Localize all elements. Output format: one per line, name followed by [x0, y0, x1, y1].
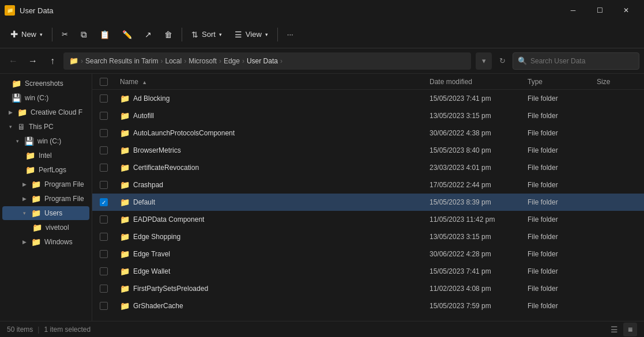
- row-check[interactable]: [92, 94, 115, 103]
- column-type[interactable]: Type: [523, 78, 592, 86]
- folder-icon: 📁: [120, 128, 130, 138]
- row-checkbox[interactable]: [100, 164, 108, 172]
- row-check[interactable]: [92, 164, 115, 172]
- table-row[interactable]: 📁 Edge Shopping 13/05/2023 3:15 pm File …: [92, 228, 644, 245]
- sidebar-item-creative-cloud[interactable]: ▶ 📁 Creative Cloud F: [2, 105, 89, 119]
- sidebar-item-win-c[interactable]: ▾ 💾 win (C:): [2, 134, 89, 148]
- sidebar-item-windows[interactable]: ▶ 📁 Windows: [2, 235, 89, 249]
- breadcrumb-item-5[interactable]: User Data: [247, 57, 278, 65]
- column-type-label: Type: [528, 78, 543, 86]
- paste-button[interactable]: 📋: [94, 26, 115, 43]
- computer-icon: 🖥: [17, 122, 25, 131]
- row-check[interactable]: [92, 129, 115, 137]
- row-check[interactable]: [92, 181, 115, 189]
- back-button[interactable]: ←: [5, 52, 22, 70]
- table-row[interactable]: ✓ 📁 Default 15/05/2023 8:39 pm File fold…: [92, 194, 644, 211]
- grid-view-button[interactable]: ≡: [623, 323, 637, 336]
- row-checkbox[interactable]: [100, 112, 108, 120]
- sidebar-item-intel[interactable]: 📁 Intel: [2, 149, 89, 162]
- column-date[interactable]: Date modified: [425, 78, 523, 86]
- delete-button[interactable]: 🗑: [159, 26, 178, 43]
- select-all-checkbox[interactable]: [100, 78, 108, 86]
- column-size-label: Size: [597, 78, 610, 86]
- row-checkbox[interactable]: [100, 146, 108, 154]
- row-check[interactable]: [92, 146, 115, 154]
- file-list: Name ▲ Date modified Type Size 📁 Ad Bloc…: [92, 74, 644, 321]
- breadcrumb[interactable]: 📁 › Search Results in Tarim › Local › Mi…: [63, 52, 471, 70]
- table-row[interactable]: 📁 Autofill 13/05/2023 3:15 pm File folde…: [92, 107, 644, 124]
- share-button[interactable]: ↗: [139, 26, 157, 43]
- row-check[interactable]: [92, 250, 115, 258]
- sidebar-item-perflogs[interactable]: 📁 PerfLogs: [2, 163, 89, 177]
- copy-button[interactable]: ⧉: [75, 26, 93, 43]
- list-view-button[interactable]: ☰: [607, 323, 621, 336]
- search-input[interactable]: [530, 57, 634, 65]
- table-row[interactable]: 📁 CertificateRevocation 23/03/2023 4:01 …: [92, 159, 644, 176]
- sidebar-label-win-c-top: win (C:): [25, 94, 48, 102]
- sidebar-item-users[interactable]: ▾ 📁 Users: [2, 206, 89, 220]
- view-button[interactable]: ☰ View ▾: [229, 26, 274, 43]
- row-checkbox[interactable]: [100, 302, 108, 310]
- row-checkbox[interactable]: [100, 181, 108, 189]
- breadcrumb-item-1[interactable]: Search Results in Tarim: [85, 57, 159, 65]
- forward-button[interactable]: →: [24, 52, 42, 70]
- column-name[interactable]: Name ▲: [115, 78, 425, 86]
- file-type: File folder: [523, 198, 592, 206]
- column-size[interactable]: Size: [592, 78, 638, 86]
- row-checkbox[interactable]: [100, 94, 108, 103]
- file-type: File folder: [523, 215, 592, 224]
- file-name: 📁 Default: [115, 198, 425, 207]
- table-row[interactable]: 📁 Ad Blocking 15/05/2023 7:41 pm File fo…: [92, 90, 644, 107]
- row-checkbox[interactable]: ✓: [100, 198, 108, 206]
- table-row[interactable]: 📁 BrowserMetrics 15/05/2023 8:40 pm File…: [92, 142, 644, 159]
- sidebar-item-this-pc[interactable]: ▾ 🖥 This PC: [2, 120, 89, 134]
- close-button[interactable]: ✕: [613, 0, 639, 21]
- row-check[interactable]: [92, 267, 115, 275]
- breadcrumb-item-2[interactable]: Local: [165, 57, 182, 65]
- sidebar-item-win-c-top[interactable]: 💾 win (C:): [2, 91, 89, 105]
- row-checkbox[interactable]: [100, 285, 108, 293]
- sidebar-item-vivetool[interactable]: 📁 vivetool: [2, 221, 89, 234]
- breadcrumb-dropdown-button[interactable]: ▾: [476, 52, 492, 70]
- table-row[interactable]: 📁 AutoLaunchProtocolsComponent 30/06/202…: [92, 124, 644, 142]
- breadcrumb-item-3[interactable]: Microsoft: [189, 57, 217, 65]
- sidebar-item-program-files-2[interactable]: ▶ 📁 Program File: [2, 192, 89, 206]
- rename-button[interactable]: ✏️: [116, 26, 138, 43]
- row-checkbox[interactable]: [100, 215, 108, 224]
- new-button[interactable]: ✚ New ▾: [5, 25, 48, 43]
- file-date: 15/05/2023 7:41 pm: [425, 94, 523, 103]
- refresh-button[interactable]: ↻: [494, 52, 510, 70]
- table-row[interactable]: 📁 Edge Wallet 15/05/2023 7:41 pm File fo…: [92, 263, 644, 280]
- header-check[interactable]: [92, 78, 115, 86]
- cut-button[interactable]: ✂: [56, 26, 74, 42]
- table-row[interactable]: 📁 Edge Travel 30/06/2022 4:28 pm File fo…: [92, 245, 644, 263]
- row-checkbox[interactable]: [100, 250, 108, 258]
- table-row[interactable]: 📁 EADPData Component 11/05/2023 11:42 pm…: [92, 211, 644, 228]
- row-check[interactable]: [92, 302, 115, 310]
- breadcrumb-item-4[interactable]: Edge: [224, 57, 240, 65]
- file-date: 30/06/2022 4:28 pm: [425, 250, 523, 258]
- more-icon: ···: [287, 30, 293, 39]
- title-bar: 📁 User Data ─ ☐ ✕: [0, 0, 644, 21]
- file-name-text: EADPData Component: [133, 215, 204, 224]
- maximize-button[interactable]: ☐: [586, 0, 613, 21]
- row-check[interactable]: [92, 233, 115, 241]
- row-check[interactable]: [92, 112, 115, 120]
- expand-icon-windows: ▶: [21, 238, 28, 245]
- row-check[interactable]: ✓: [92, 198, 115, 206]
- more-button[interactable]: ···: [281, 26, 299, 42]
- sidebar-item-program-files-1[interactable]: ▶ 📁 Program File: [2, 177, 89, 191]
- up-button[interactable]: ↑: [44, 52, 61, 70]
- row-checkbox[interactable]: [100, 233, 108, 241]
- table-row[interactable]: 📁 GrShaderCache 15/05/2023 7:59 pm File …: [92, 297, 644, 315]
- table-row[interactable]: 📁 Crashpad 17/05/2022 2:44 pm File folde…: [92, 176, 644, 194]
- row-check[interactable]: [92, 215, 115, 224]
- row-checkbox[interactable]: [100, 129, 108, 137]
- table-row[interactable]: 📁 FirstPartySetsPreloaded 11/02/2023 4:0…: [92, 280, 644, 297]
- row-check[interactable]: [92, 285, 115, 293]
- row-checkbox[interactable]: [100, 267, 108, 275]
- sort-button[interactable]: ⇅ Sort ▾: [186, 26, 228, 43]
- sidebar-item-screenshots[interactable]: 📁 Screenshots: [2, 77, 89, 90]
- minimize-button[interactable]: ─: [560, 0, 586, 21]
- folder-icon-vivetool: 📁: [32, 223, 42, 232]
